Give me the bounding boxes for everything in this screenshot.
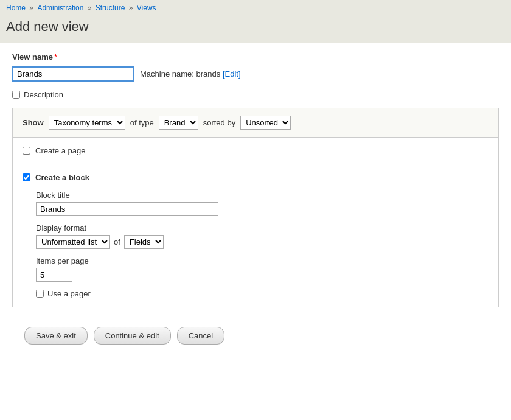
items-per-page-label: Items per page bbox=[36, 256, 488, 265]
breadcrumb-structure[interactable]: Structure bbox=[96, 4, 125, 12]
view-name-group: View name* Machine name: brands [Edit] bbox=[12, 52, 499, 82]
use-pager-group: Use a pager bbox=[36, 289, 488, 298]
of-type-select[interactable]: Brand bbox=[159, 116, 198, 130]
cancel-button[interactable]: Cancel bbox=[177, 327, 224, 345]
breadcrumb-home[interactable]: Home bbox=[6, 4, 26, 12]
of-type-label: of type bbox=[130, 118, 154, 127]
block-title-input[interactable] bbox=[36, 202, 218, 216]
breadcrumb-sep-2: » bbox=[88, 4, 94, 12]
view-name-row: Machine name: brands [Edit] bbox=[12, 66, 499, 82]
display-format-row: Unformatted list of Fields bbox=[36, 235, 488, 249]
breadcrumb-sep-1: » bbox=[29, 4, 35, 12]
show-row: Show Taxonomy terms of type Brand sorted… bbox=[23, 116, 488, 130]
block-sub-fields: Block title Display format Unformatted l… bbox=[36, 191, 488, 298]
description-group: Description bbox=[12, 90, 499, 99]
description-label[interactable]: Description bbox=[24, 90, 63, 99]
breadcrumb-bar: Home » Administration » Structure » View… bbox=[0, 0, 511, 15]
view-name-label: View name bbox=[12, 52, 53, 61]
show-section: Show Taxonomy terms of type Brand sorted… bbox=[13, 108, 498, 138]
create-page-label[interactable]: Create a page bbox=[35, 146, 85, 155]
block-title-group: Block title bbox=[36, 191, 488, 216]
block-title-label: Block title bbox=[36, 191, 488, 200]
block-header: Create a block bbox=[23, 173, 488, 182]
sorted-by-label: sorted by bbox=[203, 118, 235, 127]
use-pager-checkbox[interactable] bbox=[36, 290, 44, 298]
continue-edit-button[interactable]: Continue & edit bbox=[94, 327, 171, 345]
machine-name-edit-link[interactable]: [Edit] bbox=[223, 69, 241, 79]
page-title: Add new view bbox=[6, 19, 505, 35]
view-name-input[interactable] bbox=[12, 66, 134, 82]
of-label: of bbox=[114, 237, 120, 247]
breadcrumb-views[interactable]: Views bbox=[137, 4, 156, 12]
use-pager-label[interactable]: Use a pager bbox=[47, 289, 91, 298]
create-page-checkbox[interactable] bbox=[23, 147, 30, 155]
fields-select[interactable]: Fields bbox=[124, 235, 164, 249]
description-checkbox[interactable] bbox=[12, 91, 20, 99]
sections-wrapper: Show Taxonomy terms of type Brand sorted… bbox=[12, 108, 499, 307]
create-block-section: Create a block Block title Display forma… bbox=[13, 164, 498, 307]
sorted-by-select[interactable]: Unsorted bbox=[240, 116, 291, 130]
save-exit-button[interactable]: Save & exit bbox=[24, 327, 88, 345]
show-type-select[interactable]: Taxonomy terms bbox=[49, 116, 125, 130]
display-format-label: Display format bbox=[36, 223, 488, 233]
items-per-page-group: Items per page bbox=[36, 256, 488, 282]
breadcrumb-sep-3: » bbox=[129, 4, 135, 12]
breadcrumb-administration[interactable]: Administration bbox=[37, 4, 83, 12]
display-format-select[interactable]: Unformatted list bbox=[36, 235, 110, 249]
main-content: View name* Machine name: brands [Edit] D… bbox=[0, 43, 511, 363]
show-label: Show bbox=[23, 118, 44, 127]
items-per-page-input[interactable] bbox=[36, 268, 72, 282]
display-format-group: Display format Unformatted list of Field… bbox=[36, 223, 488, 249]
breadcrumb: Home » Administration » Structure » View… bbox=[6, 4, 505, 12]
create-block-label[interactable]: Create a block bbox=[35, 173, 89, 182]
required-star: * bbox=[54, 52, 57, 61]
create-block-checkbox[interactable] bbox=[23, 173, 30, 181]
machine-name-text: Machine name: brands [Edit] bbox=[140, 69, 241, 79]
create-page-section: Create a page bbox=[13, 138, 498, 164]
button-bar: Save & exit Continue & edit Cancel bbox=[12, 317, 499, 354]
page-header: Add new view bbox=[0, 15, 511, 43]
